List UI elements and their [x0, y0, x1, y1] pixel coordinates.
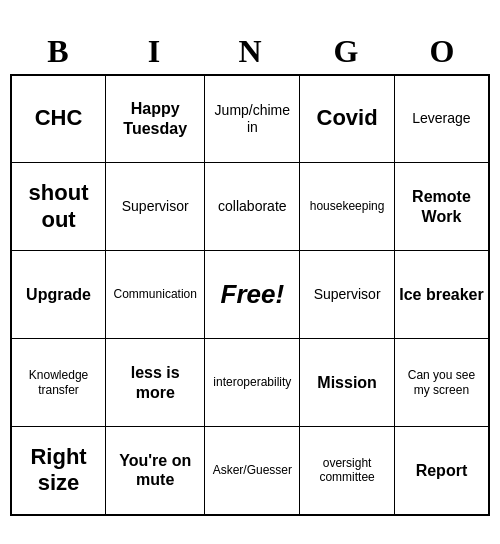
cell-3-4: Can you see my screen [394, 339, 489, 427]
grid-row-2: UpgradeCommunicationFree!SupervisorIce b… [11, 251, 489, 339]
cell-0-2: Jump/chime in [205, 75, 300, 163]
cell-3-1: less is more [106, 339, 205, 427]
header-letter-o: O [398, 33, 486, 70]
cell-2-4: Ice breaker [394, 251, 489, 339]
cell-1-2: collaborate [205, 163, 300, 251]
bingo-card: BINGO CHCHappy TuesdayJump/chime inCovid… [10, 29, 490, 516]
cell-1-1: Supervisor [106, 163, 205, 251]
cell-0-3: Covid [300, 75, 395, 163]
cell-4-1: You're on mute [106, 427, 205, 515]
bingo-header: BINGO [10, 29, 490, 74]
cell-3-0: Knowledge transfer [11, 339, 106, 427]
header-letter-g: G [302, 33, 390, 70]
cell-3-3: Mission [300, 339, 395, 427]
cell-1-3: housekeeping [300, 163, 395, 251]
cell-4-0: Right size [11, 427, 106, 515]
header-letter-i: I [110, 33, 198, 70]
cell-0-4: Leverage [394, 75, 489, 163]
header-letter-b: B [14, 33, 102, 70]
cell-4-2: Asker/Guesser [205, 427, 300, 515]
cell-4-3: oversight committee [300, 427, 395, 515]
cell-0-0: CHC [11, 75, 106, 163]
cell-2-3: Supervisor [300, 251, 395, 339]
header-letter-n: N [206, 33, 294, 70]
cell-3-2: interoperability [205, 339, 300, 427]
grid-row-0: CHCHappy TuesdayJump/chime inCovidLevera… [11, 75, 489, 163]
cell-2-2: Free! [205, 251, 300, 339]
cell-1-0: shout out [11, 163, 106, 251]
cell-1-4: Remote Work [394, 163, 489, 251]
bingo-grid: CHCHappy TuesdayJump/chime inCovidLevera… [10, 74, 490, 516]
cell-2-0: Upgrade [11, 251, 106, 339]
grid-row-4: Right sizeYou're on muteAsker/Guesserove… [11, 427, 489, 515]
grid-row-1: shout outSupervisorcollaboratehousekeepi… [11, 163, 489, 251]
cell-2-1: Communication [106, 251, 205, 339]
cell-4-4: Report [394, 427, 489, 515]
grid-row-3: Knowledge transferless is moreinteropera… [11, 339, 489, 427]
cell-0-1: Happy Tuesday [106, 75, 205, 163]
